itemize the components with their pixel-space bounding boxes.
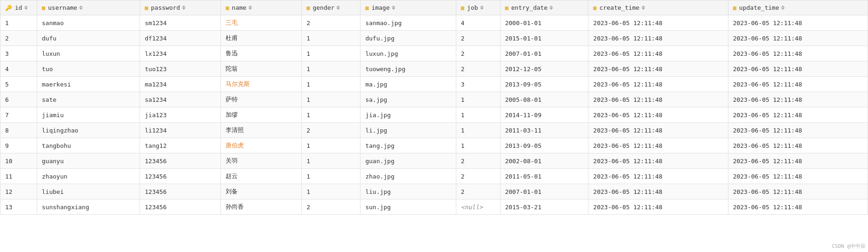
cell-username: jiamiu xyxy=(37,107,140,123)
col-header-update-time[interactable]: ▦ update_time xyxy=(728,0,868,15)
table-row[interactable]: 6satesa1234萨特1sa.jpg12005-08-012023-06-0… xyxy=(0,92,868,107)
cell-id: 8 xyxy=(0,123,37,138)
cell-password: lx1234 xyxy=(140,46,221,61)
col-header-image[interactable]: ▦ image xyxy=(361,0,456,15)
cell-name: 萨特 xyxy=(221,92,302,107)
sort-icon-id[interactable] xyxy=(24,6,28,10)
table-row[interactable]: 11zhaoyun123456赵云1zhao.jpg22011-05-01202… xyxy=(0,169,868,184)
col-id-label: id xyxy=(15,4,22,11)
cell-id: 4 xyxy=(0,61,37,77)
cell-create_time: 2023-06-05 12:11:48 xyxy=(588,153,728,169)
col-header-id[interactable]: 🔑 id xyxy=(0,0,37,15)
sort-icon-password[interactable] xyxy=(182,6,186,10)
col-header-create-time[interactable]: ▦ create_time xyxy=(588,0,728,15)
cell-password: 123456 xyxy=(140,153,221,169)
col-header-username[interactable]: ▦ username xyxy=(37,0,140,15)
table-row[interactable]: 2dufudf1234杜甫1dufu.jpg22015-01-012023-06… xyxy=(0,31,868,46)
sort-icon-image[interactable] xyxy=(392,6,395,10)
table-row[interactable]: 4tuotuo123陀翁1tuoweng.jpg22012-12-052023-… xyxy=(0,61,868,77)
cell-create_time: 2023-06-05 12:11:48 xyxy=(588,184,728,199)
grid-icon-image: ▦ xyxy=(365,5,368,11)
cell-password: df1234 xyxy=(140,31,221,46)
cell-image: luxun.jpg xyxy=(361,46,456,61)
cell-update_time: 2023-06-05 12:11:48 xyxy=(728,184,868,199)
table-row[interactable]: 5maerkesima1234马尔克斯1ma.jpg32013-09-05202… xyxy=(0,77,868,92)
sort-icon-job[interactable] xyxy=(480,6,484,10)
table-row[interactable]: 13sunshangxiang123456孙尚香2sun.jpg<null>20… xyxy=(0,199,868,215)
cell-job: <null> xyxy=(456,199,500,215)
cell-create_time: 2023-06-05 12:11:48 xyxy=(588,92,728,107)
col-header-name[interactable]: ▦ name xyxy=(221,0,302,15)
cell-image: zhao.jpg xyxy=(361,169,456,184)
cell-gender: 2 xyxy=(301,15,360,31)
cell-create_time: 2023-06-05 12:11:48 xyxy=(588,31,728,46)
cell-entry_date: 2007-01-01 xyxy=(500,184,588,199)
table-row[interactable]: 8liqingzhaoli1234李清照2li.jpg12011-03-1120… xyxy=(0,123,868,138)
table-row[interactable]: 9tangbohutang12唐伯虎1tang.jpg12013-09-0520… xyxy=(0,138,868,153)
cell-id: 3 xyxy=(0,46,37,61)
cell-update_time: 2023-06-05 12:11:48 xyxy=(728,138,868,153)
table-row[interactable]: 10guanyu123456关羽1guan.jpg22002-08-012023… xyxy=(0,153,868,169)
sort-icon-update-time[interactable] xyxy=(781,6,785,10)
cell-job: 2 xyxy=(456,169,500,184)
table-row[interactable]: 3luxunlx1234鲁迅1luxun.jpg22007-01-012023-… xyxy=(0,46,868,61)
cell-create_time: 2023-06-05 12:11:48 xyxy=(588,123,728,138)
cell-image: liu.jpg xyxy=(361,184,456,199)
table-row[interactable]: 12liubei123456刘备1liu.jpg22007-01-012023-… xyxy=(0,184,868,199)
grid-icon-name: ▦ xyxy=(226,5,229,11)
cell-username: luxun xyxy=(37,46,140,61)
watermark: CSDN @中中应 xyxy=(832,243,866,250)
col-header-job[interactable]: ▦ job xyxy=(456,0,500,15)
cell-gender: 1 xyxy=(301,153,360,169)
cell-username: sanmao xyxy=(37,15,140,31)
cell-gender: 1 xyxy=(301,31,360,46)
cell-job: 1 xyxy=(456,92,500,107)
cell-job: 1 xyxy=(456,138,500,153)
cell-job: 2 xyxy=(456,61,500,77)
cell-job: 4 xyxy=(456,15,500,31)
cell-password: tang12 xyxy=(140,138,221,153)
sort-icon-create-time[interactable] xyxy=(641,6,645,10)
cell-image: tang.jpg xyxy=(361,138,456,153)
col-header-password[interactable]: ▦ password xyxy=(140,0,221,15)
col-header-gender[interactable]: ▦ gender xyxy=(301,0,360,15)
sort-icon-entry-date[interactable] xyxy=(549,6,553,10)
cell-id: 13 xyxy=(0,199,37,215)
table-row[interactable]: 7jiamiujia123加缪1jia.jpg12014-11-092023-0… xyxy=(0,107,868,123)
cell-username: dufu xyxy=(37,31,140,46)
table-row[interactable]: 1sanmaosm1234三毛2sanmao.jpg42000-01-01202… xyxy=(0,15,868,31)
cell-username: tangbohu xyxy=(37,138,140,153)
sort-icon-name[interactable] xyxy=(248,6,252,10)
cell-image: sun.jpg xyxy=(361,199,456,215)
cell-job: 3 xyxy=(456,77,500,92)
cell-entry_date: 2011-03-11 xyxy=(500,123,588,138)
cell-image: sanmao.jpg xyxy=(361,15,456,31)
cell-update_time: 2023-06-05 12:11:48 xyxy=(728,15,868,31)
cell-name: 赵云 xyxy=(221,169,302,184)
cell-name: 马尔克斯 xyxy=(221,77,302,92)
grid-icon-entry-date: ▦ xyxy=(505,5,508,11)
cell-gender: 1 xyxy=(301,169,360,184)
cell-name: 关羽 xyxy=(221,153,302,169)
col-header-entry-date[interactable]: ▦ entry_date xyxy=(500,0,588,15)
sort-icon-username[interactable] xyxy=(79,6,83,10)
cell-name: 三毛 xyxy=(221,15,302,31)
cell-create_time: 2023-06-05 12:11:48 xyxy=(588,15,728,31)
cell-password: li1234 xyxy=(140,123,221,138)
cell-image: tuoweng.jpg xyxy=(361,61,456,77)
cell-name: 李清照 xyxy=(221,123,302,138)
cell-id: 6 xyxy=(0,92,37,107)
grid-icon-password: ▦ xyxy=(145,5,148,11)
cell-name: 鲁迅 xyxy=(221,46,302,61)
sort-icon-gender[interactable] xyxy=(336,6,340,10)
cell-username: tuo xyxy=(37,61,140,77)
cell-id: 10 xyxy=(0,153,37,169)
cell-update_time: 2023-06-05 12:11:48 xyxy=(728,169,868,184)
cell-gender: 2 xyxy=(301,123,360,138)
cell-entry_date: 2002-08-01 xyxy=(500,153,588,169)
cell-password: tuo123 xyxy=(140,61,221,77)
cell-create_time: 2023-06-05 12:11:48 xyxy=(588,61,728,77)
cell-entry_date: 2013-09-05 xyxy=(500,138,588,153)
cell-entry_date: 2013-09-05 xyxy=(500,77,588,92)
col-create-time-label: create_time xyxy=(600,4,640,11)
